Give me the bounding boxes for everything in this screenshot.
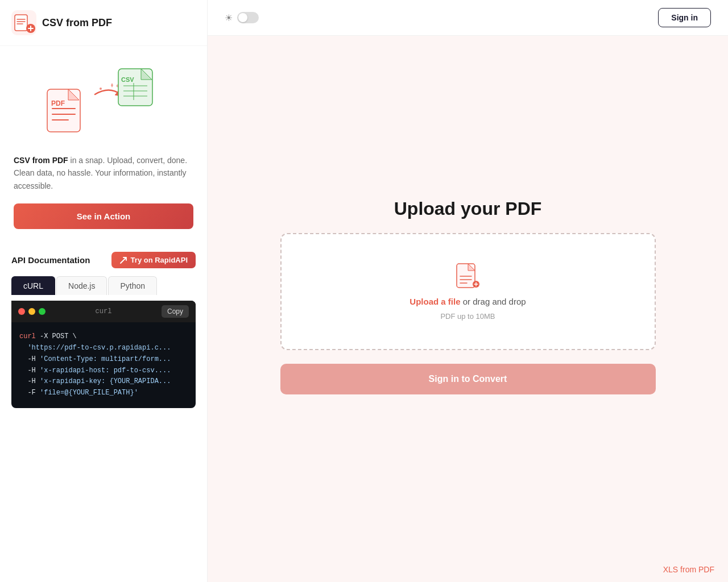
code-line-2: 'https://pdf-to-csv.p.rapidapi.c... — [19, 344, 171, 352]
upload-file-link[interactable]: Upload a file — [410, 297, 460, 306]
xls-from-pdf-link[interactable]: XLS from PDF — [663, 565, 714, 574]
main-footer: XLS from PDF — [208, 557, 728, 582]
external-link-icon — [119, 256, 127, 264]
toggle-knob — [238, 13, 247, 22]
tab-nodejs[interactable]: Node.js — [56, 276, 107, 295]
main-upload-content: Upload your PDF Upload a file or drag an… — [208, 36, 728, 557]
svg-rect-13 — [457, 264, 475, 288]
copy-code-button[interactable]: Copy — [162, 305, 189, 318]
see-in-action-button[interactable]: See in Action — [14, 203, 193, 229]
sidebar-illustration: PDF — [0, 46, 207, 154]
csv-file-icon: CSV — [118, 66, 160, 109]
code-line-4: -H — [19, 367, 40, 375]
upload-instruction: Upload a file or drag and drop — [410, 297, 526, 306]
api-documentation-section: API Documentation Try on RapidAPI cURL N… — [0, 252, 207, 408]
try-rapidapi-button[interactable]: Try on RapidAPI — [111, 252, 196, 268]
svg-rect-1 — [15, 15, 27, 31]
upload-limit-text: PDF up to 10MB — [440, 312, 495, 321]
code-language-label: curl — [96, 307, 112, 315]
code-body: curl -X POST \ 'https://pdf-to-csv.p.rap… — [11, 322, 196, 408]
main-topbar: ☀ Sign in — [208, 0, 728, 36]
svg-text:PDF: PDF — [51, 99, 65, 107]
sidebar: CSV from PDF PDF — [0, 0, 208, 582]
sidebar-description: CSV from PDF in a snap. Upload, convert,… — [0, 154, 207, 203]
code-line-1: curl — [19, 332, 36, 340]
sidebar-header: CSV from PDF — [0, 0, 207, 46]
app-logo-icon — [11, 10, 36, 35]
window-maximize-dot — [39, 308, 46, 315]
main-content-area: ☀ Sign in Upload your PDF Upload a file … — [208, 0, 728, 582]
window-minimize-dot — [28, 308, 35, 315]
svg-text:CSV: CSV — [121, 76, 134, 83]
upload-dropzone[interactable]: Upload a file or drag and drop PDF up to… — [280, 233, 656, 350]
signin-button[interactable]: Sign in — [658, 8, 711, 27]
sun-icon: ☀ — [225, 13, 233, 23]
code-tabs: cURL Node.js Python — [11, 276, 196, 295]
code-line-3: -H — [19, 355, 40, 363]
upload-file-icon — [456, 263, 481, 291]
dark-mode-toggle[interactable] — [237, 12, 259, 23]
api-title: API Documentation — [11, 255, 90, 265]
api-header: API Documentation Try on RapidAPI — [11, 252, 196, 268]
upload-title: Upload your PDF — [394, 198, 542, 219]
tab-python[interactable]: Python — [108, 276, 157, 295]
theme-toggle-section: ☀ — [225, 12, 259, 23]
window-close-dot — [18, 308, 25, 315]
code-line-5: -H — [19, 377, 40, 385]
window-traffic-lights — [18, 308, 46, 315]
code-line-6: -F — [19, 389, 40, 397]
app-title: CSV from PDF — [42, 17, 112, 29]
code-window: curl Copy curl -X POST \ 'https://pdf-to… — [11, 301, 196, 408]
code-window-titlebar: curl Copy — [11, 301, 196, 322]
svg-point-5 — [100, 88, 102, 90]
tab-curl[interactable]: cURL — [11, 276, 55, 295]
svg-rect-7 — [118, 69, 152, 106]
sign-in-to-convert-button[interactable]: Sign in to Convert — [280, 364, 656, 394]
svg-rect-3 — [47, 89, 80, 132]
pdf-file-icon: PDF — [47, 89, 86, 137]
